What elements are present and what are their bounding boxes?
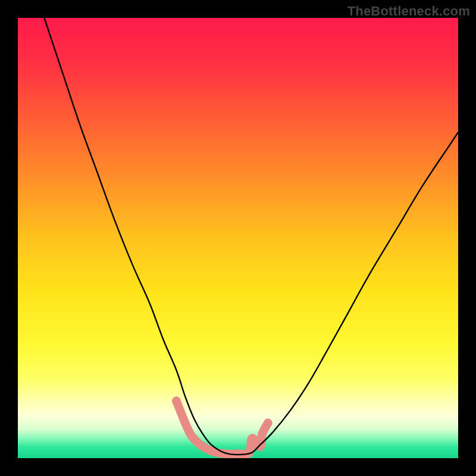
salmon-marker [181, 419, 189, 427]
salmon-marker [187, 432, 196, 440]
chart-curves [18, 18, 458, 458]
watermark-text: TheBottleneck.com [347, 4, 470, 19]
salmon-marker [256, 443, 264, 451]
salmon-marker [234, 449, 242, 458]
plot-area [18, 18, 458, 458]
chart-frame: TheBottleneck.com [0, 0, 476, 476]
salmon-marker [196, 441, 205, 449]
black-curve-path [44, 18, 458, 455]
salmon-marker [264, 419, 272, 427]
salmon-marker [258, 430, 267, 438]
salmon-marker [172, 397, 180, 405]
salmon-marker [248, 434, 256, 443]
